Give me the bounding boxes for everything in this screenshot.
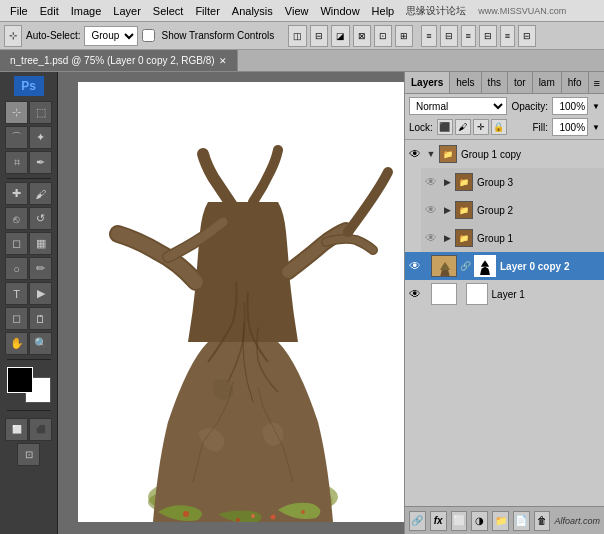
- quick-mask-btn[interactable]: ⬜: [5, 418, 28, 441]
- blend-mode-select[interactable]: Normal Multiply Screen Overlay: [409, 97, 507, 115]
- menu-edit[interactable]: Edit: [34, 3, 65, 19]
- dodge-tool[interactable]: ○: [5, 257, 28, 280]
- layer-visibility-toggle[interactable]: 👁: [407, 286, 423, 302]
- options-toolbar: ⊹ Auto-Select: Group Layer Show Transfor…: [0, 22, 604, 50]
- layer-expand-btn[interactable]: ▼: [425, 148, 437, 160]
- standard-mode-btn[interactable]: ⬛: [29, 418, 52, 441]
- distribute-btn5[interactable]: ≡: [500, 25, 515, 47]
- align-bottom-btn[interactable]: ⊞: [395, 25, 413, 47]
- layer-list: 👁 ▼ 📁 Group 1 copy 👁 ▶ 📁 Group 3 👁 ▶: [405, 140, 604, 506]
- lock-all-btn[interactable]: 🔒: [491, 119, 507, 135]
- notes-tool[interactable]: 🗒: [29, 307, 52, 330]
- menu-analysis[interactable]: Analysis: [226, 3, 279, 19]
- fill-input[interactable]: [552, 118, 588, 136]
- menu-layer[interactable]: Layer: [107, 3, 147, 19]
- link-layers-btn[interactable]: 🔗: [409, 511, 426, 531]
- hand-tool[interactable]: ✋: [5, 332, 28, 355]
- auto-select-dropdown[interactable]: Group Layer: [84, 26, 138, 46]
- opacity-arrow[interactable]: ▼: [592, 102, 600, 111]
- shape-tool[interactable]: ◻: [5, 307, 28, 330]
- align-right-btn[interactable]: ◪: [331, 25, 350, 47]
- layer-mask-thumbnail: [466, 283, 488, 305]
- move-tool-btn[interactable]: ⊹: [4, 25, 22, 47]
- menu-file[interactable]: File: [4, 3, 34, 19]
- transform-checkbox[interactable]: [142, 29, 155, 42]
- healing-tool[interactable]: ✚: [5, 182, 28, 205]
- type-tool[interactable]: T: [5, 282, 28, 305]
- layer-fx-btn[interactable]: fx: [430, 511, 447, 531]
- opacity-input[interactable]: [552, 97, 588, 115]
- new-layer-btn[interactable]: 📄: [513, 511, 530, 531]
- list-item[interactable]: 👁 ▶ 📁 Group 3: [421, 168, 604, 196]
- layer-visibility-toggle[interactable]: 👁: [423, 202, 439, 218]
- layer-expand-btn[interactable]: ▶: [441, 176, 453, 188]
- layers-tab[interactable]: Layers: [405, 72, 450, 93]
- group-icon: 📁: [455, 229, 473, 247]
- panel-menu-btn[interactable]: ≡: [590, 72, 604, 93]
- distribute-btn2[interactable]: ⊟: [440, 25, 458, 47]
- channels-tab[interactable]: hels: [450, 72, 481, 93]
- lock-icons-group: ⬛ 🖌 ✛ 🔒: [437, 119, 507, 135]
- list-item[interactable]: 👁 ▶ 📁 Group 2: [421, 196, 604, 224]
- tool-divider1: [7, 178, 51, 179]
- quick-select-tool[interactable]: ✦: [29, 126, 52, 149]
- paths-tab[interactable]: ths: [482, 72, 508, 93]
- document-tab[interactable]: n_tree_1.psd @ 75% (Layer 0 copy 2, RGB/…: [0, 50, 238, 71]
- align-center-btn[interactable]: ⊟: [310, 25, 328, 47]
- fill-arrow[interactable]: ▼: [592, 123, 600, 132]
- list-item[interactable]: 👁 Layer 1: [405, 280, 604, 308]
- lock-image-btn[interactable]: 🖌: [455, 119, 471, 135]
- distribute-btn4[interactable]: ⊟: [479, 25, 497, 47]
- menu-view[interactable]: View: [279, 3, 315, 19]
- color-picker[interactable]: [7, 367, 51, 403]
- fill-label: Fill:: [533, 122, 549, 133]
- align-left-btn[interactable]: ◫: [288, 25, 307, 47]
- svg-point-6: [271, 515, 276, 520]
- menu-select[interactable]: Select: [147, 3, 190, 19]
- menu-help[interactable]: Help: [366, 3, 401, 19]
- distribute-btn3[interactable]: ≡: [461, 25, 476, 47]
- pen-tool[interactable]: ✏: [29, 257, 52, 280]
- menu-window[interactable]: Window: [314, 3, 365, 19]
- actions-tab[interactable]: lam: [533, 72, 562, 93]
- align-middle-btn[interactable]: ⊡: [374, 25, 392, 47]
- extra-tab[interactable]: hfo: [562, 72, 589, 93]
- lock-transparent-btn[interactable]: ⬛: [437, 119, 453, 135]
- clone-tool[interactable]: ⎋: [5, 207, 28, 230]
- layer-visibility-toggle[interactable]: 👁: [423, 230, 439, 246]
- lasso-tool[interactable]: ⌒: [5, 126, 28, 149]
- list-item[interactable]: 👁 🔗: [405, 252, 604, 280]
- history-tab[interactable]: tor: [508, 72, 533, 93]
- layer-visibility-toggle[interactable]: 👁: [407, 146, 423, 162]
- layer-expand-btn[interactable]: ▶: [441, 232, 453, 244]
- tab-close-btn[interactable]: ✕: [219, 56, 227, 66]
- brush-tool[interactable]: 🖌: [29, 182, 52, 205]
- align-top-btn[interactable]: ⊠: [353, 25, 371, 47]
- layer-visibility-toggle[interactable]: 👁: [423, 174, 439, 190]
- foreground-color[interactable]: [7, 367, 33, 393]
- eyedropper-tool[interactable]: ✒: [29, 151, 52, 174]
- zoom-tool[interactable]: 🔍: [29, 332, 52, 355]
- list-item[interactable]: 👁 ▶ 📁 Group 1: [421, 224, 604, 252]
- adjustment-btn[interactable]: ◑: [471, 511, 488, 531]
- layer-visibility-toggle[interactable]: 👁: [407, 258, 423, 274]
- delete-layer-btn[interactable]: 🗑: [534, 511, 551, 531]
- marquee-tool[interactable]: ⬚: [29, 101, 52, 124]
- svg-rect-12: [432, 284, 457, 305]
- layer-expand-btn[interactable]: ▶: [441, 204, 453, 216]
- path-select-tool[interactable]: ▶: [29, 282, 52, 305]
- list-item[interactable]: 👁 ▼ 📁 Group 1 copy: [405, 140, 604, 168]
- distribute-btn6[interactable]: ⊟: [518, 25, 536, 47]
- menu-filter[interactable]: Filter: [189, 3, 225, 19]
- add-mask-btn[interactable]: ⬜: [451, 511, 468, 531]
- menu-image[interactable]: Image: [65, 3, 108, 19]
- new-group-btn[interactable]: 📁: [492, 511, 509, 531]
- gradient-tool[interactable]: ▦: [29, 232, 52, 255]
- history-tool[interactable]: ↺: [29, 207, 52, 230]
- move-tool[interactable]: ⊹: [5, 101, 28, 124]
- eraser-tool[interactable]: ◻: [5, 232, 28, 255]
- distribute-btn1[interactable]: ≡: [421, 25, 436, 47]
- crop-tool[interactable]: ⌗: [5, 151, 28, 174]
- screen-mode-btn[interactable]: ⊡: [17, 443, 40, 466]
- lock-position-btn[interactable]: ✛: [473, 119, 489, 135]
